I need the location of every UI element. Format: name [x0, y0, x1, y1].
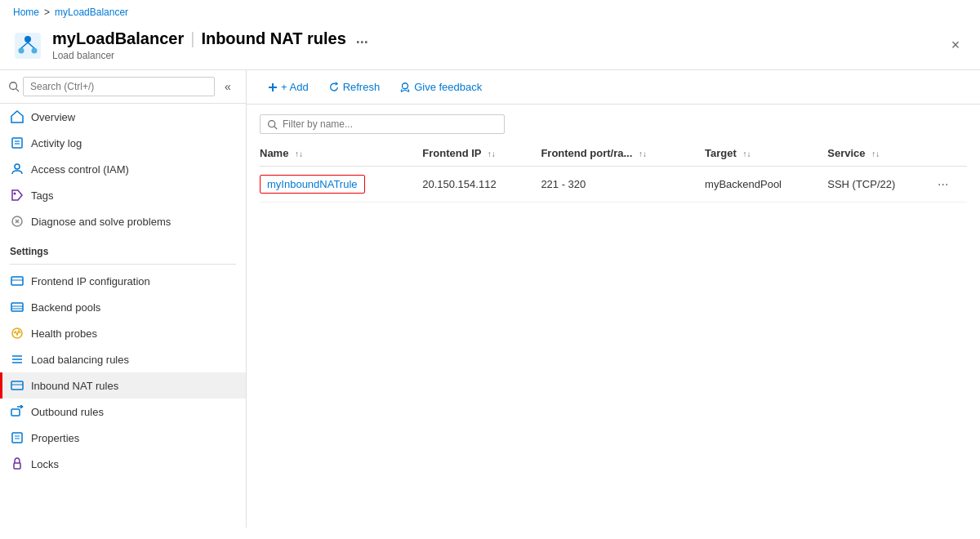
cell-target: myBackendPool [705, 167, 827, 203]
sidebar-item-label: Overview [31, 111, 75, 123]
feedback-button[interactable]: Give feedback [391, 77, 490, 97]
sidebar-item-label: Properties [31, 432, 79, 444]
outbound-rules-icon [10, 404, 24, 419]
col-frontend-ip: Frontend IP ↑↓ [422, 140, 541, 167]
resource-title-block: myLoadBalancer | Inbound NAT rules ... L… [52, 29, 934, 61]
diagnose-icon [10, 214, 24, 229]
svg-point-13 [14, 193, 16, 195]
sidebar-item-label: Inbound NAT rules [31, 380, 118, 392]
target-sort-icon[interactable]: ↑↓ [742, 149, 751, 158]
service-sort-icon[interactable]: ↑↓ [871, 149, 880, 158]
frontend-ip-icon [10, 274, 24, 288]
collapse-button[interactable]: « [218, 77, 238, 96]
table-row: myInboundNATrule 20.150.154.112 221 - 32… [260, 167, 967, 203]
svg-point-12 [15, 164, 20, 169]
header-more-button[interactable]: ... [356, 30, 368, 47]
sidebar-item-activity-log[interactable]: Activity log [0, 130, 246, 156]
col-name: Name ↑↓ [260, 140, 422, 167]
sidebar-item-label: Health probes [31, 327, 97, 340]
add-button[interactable]: + Add [260, 77, 317, 97]
sidebar-item-label: Diagnose and solve problems [31, 216, 171, 228]
content-area: + Add Refresh Give feedback [247, 70, 980, 528]
table-header: Name ↑↓ Frontend IP ↑↓ Frontend port/ra.… [260, 140, 967, 167]
inbound-nat-icon [10, 378, 24, 393]
toolbar: + Add Refresh Give feedback [247, 70, 980, 105]
refresh-button[interactable]: Refresh [320, 77, 389, 97]
locks-icon [10, 457, 24, 471]
sidebar-item-tags[interactable]: Tags [0, 182, 246, 208]
sidebar-item-lb-rules[interactable]: Load balancing rules [0, 346, 246, 372]
sidebar-item-label: Frontend IP configuration [31, 275, 150, 287]
table-container: Name ↑↓ Frontend IP ↑↓ Frontend port/ra.… [247, 140, 980, 528]
svg-point-2 [19, 47, 24, 53]
filter-search-icon [267, 119, 278, 130]
search-icon [8, 81, 20, 92]
svg-rect-9 [12, 138, 22, 148]
sidebar-item-access-control[interactable]: Access control (IAM) [0, 156, 246, 182]
row-more-button[interactable]: ··· [938, 177, 948, 191]
svg-marker-38 [335, 82, 338, 85]
table-body: myInboundNATrule 20.150.154.112 221 - 32… [260, 167, 967, 203]
settings-divider [10, 264, 236, 265]
svg-rect-28 [11, 409, 20, 416]
health-probes-icon [10, 326, 24, 341]
nat-rules-table: Name ↑↓ Frontend IP ↑↓ Frontend port/ra.… [260, 140, 967, 203]
cell-frontend-ip: 20.150.154.112 [422, 167, 541, 203]
tags-icon [10, 188, 24, 203]
svg-point-1 [24, 36, 31, 42]
cell-frontend-port: 221 - 320 [541, 167, 705, 203]
cell-name: myInboundNATrule [260, 167, 422, 203]
cell-service: SSH (TCP/22) [827, 167, 938, 203]
sidebar-item-inbound-nat[interactable]: Inbound NAT rules [0, 372, 246, 399]
sidebar-item-label: Load balancing rules [31, 354, 129, 366]
sidebar: « Overview Activity log Access control (… [0, 70, 247, 528]
sidebar-item-locks[interactable]: Locks [0, 451, 246, 477]
resource-subtitle: Load balancer [52, 50, 934, 61]
sidebar-item-diagnose[interactable]: Diagnose and solve problems [0, 208, 246, 234]
sidebar-item-label: Activity log [31, 137, 82, 149]
settings-section-label: Settings [0, 234, 246, 261]
col-service: Service ↑↓ [827, 140, 938, 167]
sidebar-item-frontend-ip[interactable]: Frontend IP configuration [0, 268, 246, 294]
svg-line-7 [16, 89, 20, 92]
title-separator: | [190, 29, 194, 48]
access-control-icon [10, 162, 24, 176]
add-icon [268, 82, 278, 92]
lb-rules-icon [10, 352, 24, 367]
sidebar-item-health-probes[interactable]: Health probes [0, 320, 246, 346]
svg-point-40 [269, 120, 275, 127]
svg-point-3 [32, 47, 38, 53]
properties-icon [10, 430, 24, 445]
refresh-icon [328, 82, 340, 93]
sidebar-item-backend-pools[interactable]: Backend pools [0, 294, 246, 320]
col-frontend-port: Frontend port/ra... ↑↓ [541, 140, 705, 167]
sidebar-search-input[interactable] [23, 77, 215, 96]
breadcrumb-current[interactable]: myLoadBalancer [55, 7, 128, 18]
svg-rect-17 [11, 277, 23, 285]
svg-rect-19 [11, 303, 23, 311]
svg-point-6 [10, 82, 17, 90]
sidebar-item-overview[interactable]: Overview [0, 104, 246, 130]
frontend-port-sort-icon[interactable]: ↑↓ [639, 149, 647, 158]
cell-row-actions: ··· [938, 167, 967, 203]
filter-bar [247, 105, 980, 140]
sidebar-item-outbound-rules[interactable]: Outbound rules [0, 399, 246, 425]
filter-input[interactable] [283, 118, 497, 130]
page-title: Inbound NAT rules [201, 29, 345, 48]
sidebar-item-properties[interactable]: Properties [0, 425, 246, 451]
svg-rect-32 [12, 433, 22, 443]
sidebar-item-label: Access control (IAM) [31, 163, 129, 176]
nat-rule-link[interactable]: myInboundNATrule [260, 175, 365, 194]
main-layout: « Overview Activity log Access control (… [0, 70, 980, 528]
name-sort-icon[interactable]: ↑↓ [295, 149, 303, 158]
svg-point-39 [403, 82, 408, 88]
frontend-ip-sort-icon[interactable]: ↑↓ [488, 149, 496, 158]
filter-input-container [260, 114, 505, 134]
breadcrumb-home[interactable]: Home [13, 7, 39, 18]
backend-pools-icon [10, 300, 24, 314]
sidebar-search-container: « [0, 70, 246, 104]
svg-marker-8 [11, 111, 23, 122]
close-button[interactable]: × [944, 34, 967, 57]
svg-rect-35 [14, 463, 20, 469]
col-target: Target ↑↓ [705, 140, 827, 167]
